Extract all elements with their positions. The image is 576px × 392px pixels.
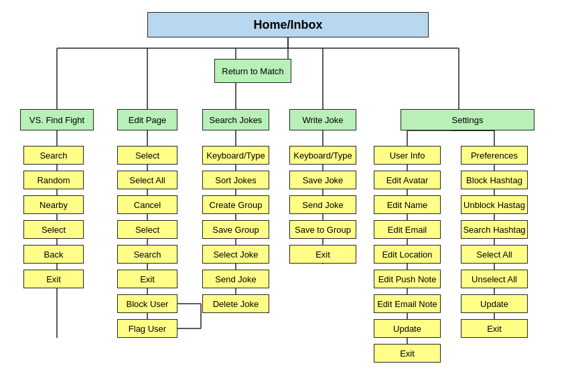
sj-keyboard-node[interactable]: Keyboard/Type bbox=[202, 146, 269, 165]
wj-keyboard-node[interactable]: Keyboard/Type bbox=[289, 146, 356, 165]
pr-exit-node[interactable]: Exit bbox=[461, 319, 528, 338]
pr-update-node[interactable]: Update bbox=[461, 294, 528, 313]
sj-sendjoke-node[interactable]: Send Joke bbox=[202, 270, 269, 288]
vs-random-node[interactable]: Random bbox=[23, 171, 84, 189]
search-jokes-node: Search Jokes bbox=[202, 109, 269, 130]
settings-node: Settings bbox=[401, 109, 534, 130]
wj-exit-node[interactable]: Exit bbox=[289, 245, 356, 264]
pr-selectall-node[interactable]: Select All bbox=[461, 245, 528, 264]
vs-back-node[interactable]: Back bbox=[23, 245, 84, 264]
wj-savetogroup-node[interactable]: Save to Group bbox=[289, 220, 356, 239]
edit-page-node: Edit Page bbox=[117, 109, 177, 130]
pr-unblockhashtag-node[interactable]: Unblock Hastag bbox=[461, 195, 528, 214]
pr-unselectall-node[interactable]: Unselect All bbox=[461, 270, 528, 288]
st-editemailnote-node[interactable]: Edit Email Note bbox=[374, 294, 441, 313]
pr-searchhashtag-node[interactable]: Search Hashtag bbox=[461, 220, 528, 239]
sj-selectjoke-node[interactable]: Select Joke bbox=[202, 245, 269, 264]
st-editavatar-node[interactable]: Edit Avatar bbox=[374, 171, 441, 189]
vs-nearby-node[interactable]: Nearby bbox=[23, 195, 84, 214]
sj-creategroup-node[interactable]: Create Group bbox=[202, 195, 269, 214]
pr-preferences-node[interactable]: Preferences bbox=[461, 146, 528, 165]
home-inbox-node: Home/Inbox bbox=[147, 12, 429, 37]
ep-search-node[interactable]: Search bbox=[117, 245, 177, 264]
vs-select-node[interactable]: Select bbox=[23, 220, 84, 239]
write-joke-node: Write Joke bbox=[289, 109, 356, 130]
wj-sendjoke-node[interactable]: Send Joke bbox=[289, 195, 356, 214]
st-editpushnote-node[interactable]: Edit Push Note bbox=[374, 270, 441, 288]
st-editname-node[interactable]: Edit Name bbox=[374, 195, 441, 214]
sj-sortjokes-node[interactable]: Sort Jokes bbox=[202, 171, 269, 189]
st-exit-node[interactable]: Exit bbox=[374, 344, 441, 363]
st-update-node[interactable]: Update bbox=[374, 319, 441, 338]
pr-blockhashtag-node[interactable]: Block Hashtag bbox=[461, 171, 528, 189]
vs-exit-node[interactable]: Exit bbox=[23, 270, 84, 288]
wj-savejoke-node[interactable]: Save Joke bbox=[289, 171, 356, 189]
sj-deletejoke-node[interactable]: Delete Joke bbox=[202, 294, 269, 313]
diagram: Home/Inbox Return to Match VS. Find Figh… bbox=[0, 0, 576, 392]
sj-savegroup-node[interactable]: Save Group bbox=[202, 220, 269, 239]
return-to-match-node: Return to Match bbox=[214, 59, 291, 83]
st-editlocation-node[interactable]: Edit Location bbox=[374, 245, 441, 264]
st-userinfo-node[interactable]: User Info bbox=[374, 146, 441, 165]
ep-exit-node[interactable]: Exit bbox=[117, 270, 177, 288]
ep-select-node[interactable]: Select bbox=[117, 146, 177, 165]
st-editemail-node[interactable]: Edit Email bbox=[374, 220, 441, 239]
ep-flaguser-node[interactable]: Flag User bbox=[117, 319, 177, 338]
ep-selectall-node[interactable]: Select All bbox=[117, 171, 177, 189]
ep-cancel-node[interactable]: Cancel bbox=[117, 195, 177, 214]
vs-search-node[interactable]: Search bbox=[23, 146, 84, 165]
vs-find-fight-node: VS. Find Fight bbox=[20, 109, 94, 130]
ep-select2-node[interactable]: Select bbox=[117, 220, 177, 239]
ep-blockuser-node[interactable]: Block User bbox=[117, 294, 177, 313]
